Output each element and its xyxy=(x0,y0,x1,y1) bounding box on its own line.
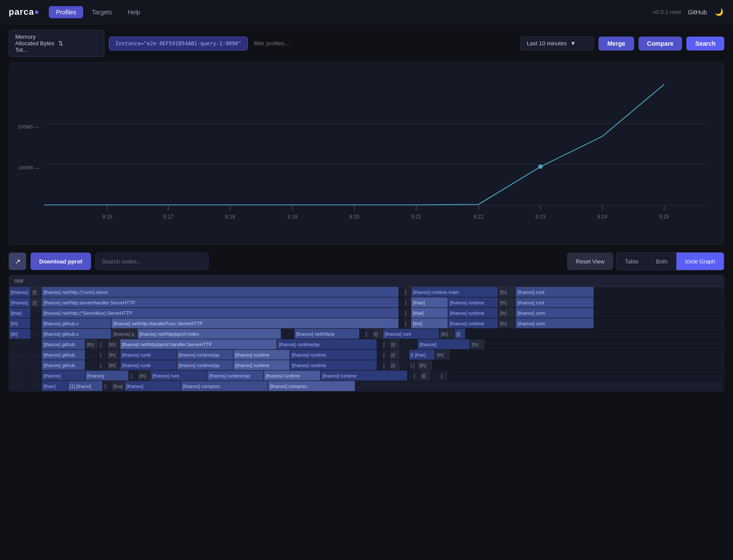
svg-point-23 xyxy=(538,165,543,169)
flame-cell: [t [thar] xyxy=(409,350,435,360)
toggle-table[interactable]: Table xyxy=(616,253,647,270)
flame-cell: [thanos] xyxy=(42,371,85,381)
flame-cell: [than] xyxy=(411,297,448,307)
flame-cell: [thanos] runtime xyxy=(448,297,498,307)
flame-cell: [thanos] compres: xyxy=(181,381,268,391)
flame-cell: [thanos] runtime/pp xyxy=(207,371,264,381)
svg-text:9:23: 9:23 xyxy=(535,214,546,220)
flame-cell xyxy=(360,329,364,339)
flame-cell xyxy=(281,329,294,339)
svg-text:9:17: 9:17 xyxy=(163,214,174,220)
flame-cell: [ xyxy=(439,371,448,381)
flame-cell: [thanos] xyxy=(9,287,31,297)
flame-cell: [t] xyxy=(389,339,400,349)
flame-cell: [ xyxy=(403,287,411,297)
flame-cell: [th] xyxy=(107,350,120,360)
flame-cell xyxy=(9,350,31,360)
flame-cell: [thanos] runtime.main xyxy=(411,287,498,297)
merge-button[interactable]: Merge xyxy=(598,37,634,51)
svg-text:9:22: 9:22 xyxy=(473,214,484,220)
flame-cell xyxy=(31,381,42,391)
flame-cell: [th] xyxy=(498,308,516,318)
toggle-icicle-graph[interactable]: Icicle Graph xyxy=(676,253,724,270)
flame-cell: [thanos] github. xyxy=(42,339,85,349)
svg-text:9:24: 9:24 xyxy=(597,214,608,220)
flame-cell: [ xyxy=(103,381,111,391)
flame-cell: [ xyxy=(98,360,107,370)
flame-cell: [thanos] xyxy=(85,371,129,381)
flame-cell: [than] xyxy=(42,381,68,391)
reset-view-button[interactable]: Reset View xyxy=(567,253,613,270)
toggle-both[interactable]: Both xyxy=(647,253,676,270)
flame-cell: [th] xyxy=(470,339,485,349)
view-toggle: Table Both Icicle Graph xyxy=(616,252,724,270)
flamegraph-toolbar: ↗ Download pprof Reset View Table Both I… xyxy=(9,252,724,270)
flame-cell xyxy=(85,350,98,360)
flame-cell xyxy=(400,360,409,370)
flame-cell: [thanos] net/http/pprof.Index xyxy=(138,329,281,339)
compare-button[interactable]: Compare xyxy=(638,37,682,51)
profile-type-label: Memory Allocated Bytes Tot... xyxy=(15,34,55,53)
download-button[interactable]: Download pprof xyxy=(30,253,91,270)
flame-cell: [th] xyxy=(498,287,516,297)
github-link[interactable]: GitHub xyxy=(688,9,707,16)
profile-type-select[interactable]: Memory Allocated Bytes Tot... ⇅ xyxy=(9,30,105,57)
flame-cell: [thanos] runtime xyxy=(233,360,290,370)
flame-rows: [thanos] [t] [thanos] net/http.(*conn).s… xyxy=(9,287,724,391)
flame-cell: [thanos] net/http.HandlerFunc.ServeHTTP xyxy=(111,318,399,328)
table-row: [thanos] github. [ [th] [thanos] runtii … xyxy=(9,360,724,371)
flame-cell xyxy=(355,381,724,391)
logo: parca xyxy=(9,7,38,17)
flame-cell: [thanos] github. xyxy=(42,360,85,370)
flame-cell: [thanos] github.c xyxy=(42,329,111,339)
time-range-chevron: ▼ xyxy=(570,40,576,47)
search-button[interactable]: Search xyxy=(686,37,724,51)
flame-cell: [ xyxy=(403,308,411,318)
flame-cell xyxy=(31,360,42,370)
time-range-select[interactable]: Last 10 minutes ▼ xyxy=(520,36,594,51)
share-button[interactable]: ↗ xyxy=(9,253,26,270)
flame-cell: [thanos] runtime xyxy=(233,350,290,360)
flame-cell xyxy=(399,318,403,328)
flame-cell: [t] xyxy=(31,297,42,307)
flame-cell: [ xyxy=(382,339,389,349)
flame-cell xyxy=(31,339,42,349)
flame-cell: [thanos] runt xyxy=(383,329,439,339)
version-label: v0.0.1-next xyxy=(653,9,681,15)
theme-toggle[interactable]: 🌙 xyxy=(714,7,724,17)
chart-y-200-label: 200MB — xyxy=(18,124,39,129)
flame-cell: [ xyxy=(364,329,372,339)
root-row: root xyxy=(9,275,724,287)
table-row: [thanos] [thanos] [ [th] [thanos] runt [… xyxy=(9,371,724,381)
flame-cell: [ xyxy=(98,350,107,360)
flame-cell: [ xyxy=(98,339,107,349)
flame-cell xyxy=(400,350,409,360)
flame-cell xyxy=(408,371,412,381)
chart-y-100-label: 100MB — xyxy=(18,165,39,170)
flame-cell: [th] xyxy=(498,297,516,307)
flame-cell: [th] xyxy=(418,360,433,370)
flame-cell: [thanos] net/http.(*ServeMux).ServeHTTP xyxy=(42,308,399,318)
nav-profiles[interactable]: Profiles xyxy=(49,6,83,18)
flame-cell: [t] xyxy=(455,329,466,339)
time-range-label: Last 10 minutes xyxy=(527,40,567,47)
flame-cell: [thar] xyxy=(411,308,448,318)
flame-cell xyxy=(31,308,42,318)
flame-cell: [th] xyxy=(107,360,120,370)
nav-targets[interactable]: Targets xyxy=(85,6,119,18)
flame-cell: [thanos] runtime/pp xyxy=(177,360,233,370)
nav-help[interactable]: Help xyxy=(121,6,147,18)
search-nodes-input[interactable] xyxy=(95,253,209,270)
flame-cell xyxy=(399,287,403,297)
flame-cell xyxy=(400,339,418,349)
flame-cell: [thanos] com: xyxy=(516,308,594,318)
flame-cell: [th] xyxy=(498,318,516,328)
flame-cell: [thanos] net/http/p xyxy=(294,329,360,339)
svg-text:9:25: 9:25 xyxy=(659,214,669,220)
flame-cell: [thanos] net/http.(*conn).serve xyxy=(42,287,399,297)
toolbar: Memory Allocated Bytes Tot... ⇅ Instance… xyxy=(0,24,733,62)
flame-cell: [ xyxy=(129,371,138,381)
flame-cell: [th] xyxy=(85,339,98,349)
instance-tag[interactable]: Instance="e2e-0EF591B54AB1-query-1:9090" xyxy=(109,37,248,51)
filter-input[interactable] xyxy=(252,37,516,50)
